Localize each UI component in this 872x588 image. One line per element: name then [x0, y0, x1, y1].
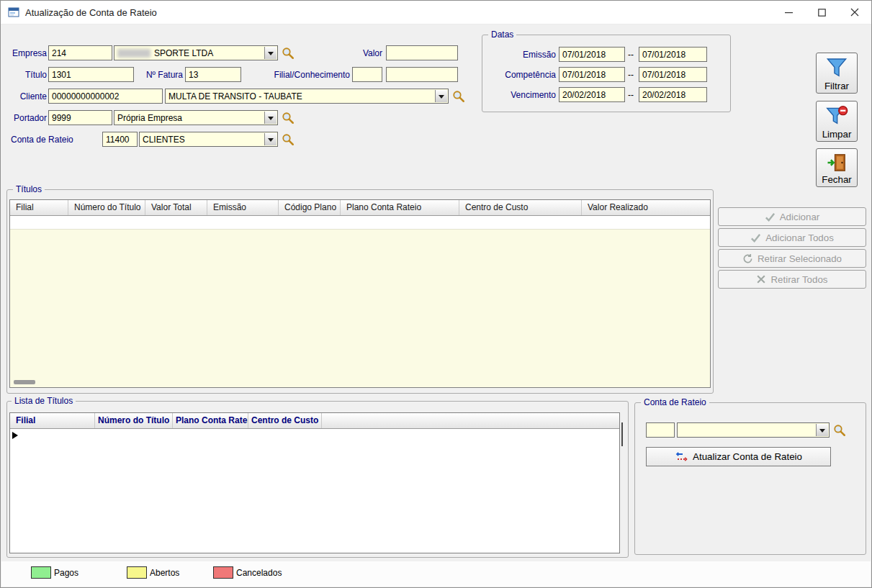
conta-rateio-panel-dropdown-arrow-icon[interactable]: [816, 424, 828, 436]
vencimento-from-field[interactable]: 20/02/2018: [559, 87, 625, 102]
conta-rateio-code-field[interactable]: 11400: [102, 132, 138, 147]
remove-x-icon: [756, 274, 766, 284]
cliente-code-field[interactable]: 00000000000002: [48, 89, 163, 104]
cliente-dropdown-arrow-icon[interactable]: [435, 90, 447, 102]
competencia-from-field[interactable]: 07/01/2018: [559, 67, 625, 82]
titulo-field[interactable]: 1301: [48, 67, 134, 82]
retirar-todos-button[interactable]: Retirar Todos: [718, 270, 866, 289]
adicionar-todos-button-label: Adicionar Todos: [765, 232, 834, 243]
conta-rateio-combo[interactable]: CLIENTES: [139, 132, 278, 147]
lista-col-filler: [322, 413, 619, 428]
portador-combo-value: Própria Empresa: [117, 113, 182, 123]
conta-rateio-panel-search-icon[interactable]: [833, 424, 846, 437]
empresa-label: Empresa: [6, 45, 47, 60]
close-icon: [850, 8, 859, 17]
cliente-label: Cliente: [6, 89, 47, 104]
window-controls: [772, 1, 871, 24]
titulos-col-emissao: Emissão: [207, 200, 279, 215]
lista-vscrollbar-thumb[interactable]: [621, 422, 623, 446]
empresa-combo[interactable]: SPORTE LTDA: [114, 45, 278, 60]
conta-rateio-dropdown-arrow-icon[interactable]: [264, 133, 277, 145]
legend-pagos-swatch: [31, 566, 51, 579]
vencimento-label: Vencimento: [487, 87, 556, 102]
legend-cancelados-label: Cancelados: [236, 566, 282, 579]
conhecimento-field[interactable]: [386, 67, 458, 82]
lista-titulos-grid[interactable]: Filial Número do Título Plano Conta Rate…: [9, 412, 620, 553]
conta-rateio-panel-combo[interactable]: [677, 422, 830, 438]
emissao-to-field[interactable]: 07/01/2018: [639, 47, 707, 62]
maximize-icon: [818, 9, 826, 17]
emissao-label: Emissão: [487, 47, 556, 62]
empresa-combo-value: SPORTE LTDA: [154, 48, 213, 58]
filter-funnel-icon: [825, 55, 848, 80]
fechar-button-label: Fechar: [817, 174, 857, 185]
titulos-grid[interactable]: Filial Número do Título Valor Total Emis…: [9, 199, 711, 388]
portador-code-field[interactable]: 9999: [48, 110, 112, 125]
emissao-from-field[interactable]: 07/01/2018: [559, 47, 625, 62]
redacted-text: [117, 49, 150, 58]
row-selector-icon: [12, 432, 18, 439]
filtrar-button-label: Filtrar: [817, 81, 857, 91]
titulos-col-valor-realizado: Valor Realizado: [582, 200, 710, 215]
refresh-icon: [742, 253, 753, 264]
lista-titulos-grid-body[interactable]: [10, 429, 619, 553]
adicionar-button[interactable]: Adicionar: [718, 207, 866, 226]
competencia-label: Competência: [487, 67, 556, 82]
vencimento-range-separator: --: [628, 87, 637, 102]
limpar-button[interactable]: Limpar: [816, 101, 858, 142]
titulos-col-numero-titulo: Número do Título: [68, 200, 145, 215]
filtrar-button[interactable]: Filtrar: [816, 53, 858, 94]
titulos-grid-body[interactable]: [10, 216, 710, 387]
lista-col-filial: Filial: [10, 413, 95, 428]
competencia-to-field[interactable]: 07/01/2018: [639, 67, 707, 82]
atualizar-conta-rateio-button[interactable]: Atualizar Conta de Rateio: [646, 447, 831, 466]
app-icon: [8, 6, 19, 18]
adicionar-button-label: Adicionar: [780, 212, 820, 222]
lista-titulos-grid-header: Filial Número do Título Plano Conta Rate…: [10, 413, 619, 429]
emissao-range-separator: --: [628, 47, 637, 62]
portador-search-icon[interactable]: [282, 112, 295, 125]
titulo-label: Título: [6, 67, 47, 82]
portador-label: Portador: [6, 110, 47, 125]
conta-rateio-search-icon[interactable]: [282, 133, 295, 146]
valor-field[interactable]: [386, 45, 458, 60]
title-bar: Atualização de Conta de Rateio: [1, 1, 871, 24]
lista-col-numero-titulo: Número do Título: [95, 413, 173, 428]
legend-pagos-label: Pagos: [54, 566, 78, 579]
maximize-button[interactable]: [805, 1, 838, 24]
portador-combo[interactable]: Própria Empresa: [114, 110, 278, 125]
transfer-arrows-icon: [675, 451, 688, 463]
titulos-group-title: Títulos: [13, 184, 45, 195]
titulos-col-centro-custo: Centro de Custo: [459, 200, 582, 215]
lista-col-centro-custo: Centro de Custo: [248, 413, 322, 428]
retirar-selecionado-button[interactable]: Retirar Selecionado: [718, 249, 866, 268]
titulos-col-plano-conta: Plano Conta Rateio: [341, 200, 459, 215]
empresa-dropdown-arrow-icon[interactable]: [264, 47, 277, 59]
titulos-grid-header: Filial Número do Título Valor Total Emis…: [10, 200, 710, 216]
fechar-button[interactable]: Fechar: [816, 148, 858, 187]
atualizar-conta-rateio-button-label: Atualizar Conta de Rateio: [693, 451, 802, 462]
cliente-combo-value: MULTA DE TRANSITO - TAUBATE: [168, 91, 302, 101]
app-window: Atualização de Conta de Rateio Empresa 2…: [0, 0, 872, 588]
vencimento-to-field[interactable]: 20/02/2018: [639, 87, 707, 102]
legend-abertos-label: Abertos: [150, 566, 179, 579]
titulos-empty-row[interactable]: [10, 216, 710, 230]
empresa-code-field[interactable]: 214: [48, 45, 112, 60]
titulos-col-valor-total: Valor Total: [145, 200, 207, 215]
fatura-label: Nº Fatura: [138, 67, 183, 82]
window-title: Atualização de Conta de Rateio: [25, 7, 157, 18]
fatura-field[interactable]: 13: [185, 67, 241, 82]
minimize-button[interactable]: [772, 1, 805, 24]
datas-group-title: Datas: [488, 30, 516, 40]
filial-field[interactable]: [352, 67, 382, 82]
close-button[interactable]: [838, 1, 871, 24]
cliente-combo[interactable]: MULTA DE TRANSITO - TAUBATE: [165, 89, 449, 104]
minimize-icon: [785, 9, 793, 17]
titulos-hscrollbar-thumb[interactable]: [14, 380, 35, 384]
adicionar-todos-button[interactable]: Adicionar Todos: [718, 228, 866, 247]
cliente-search-icon[interactable]: [452, 90, 465, 103]
competencia-range-separator: --: [628, 67, 637, 82]
empresa-search-icon[interactable]: [282, 47, 295, 60]
portador-dropdown-arrow-icon[interactable]: [264, 112, 277, 124]
conta-rateio-panel-code-field[interactable]: [646, 422, 675, 438]
